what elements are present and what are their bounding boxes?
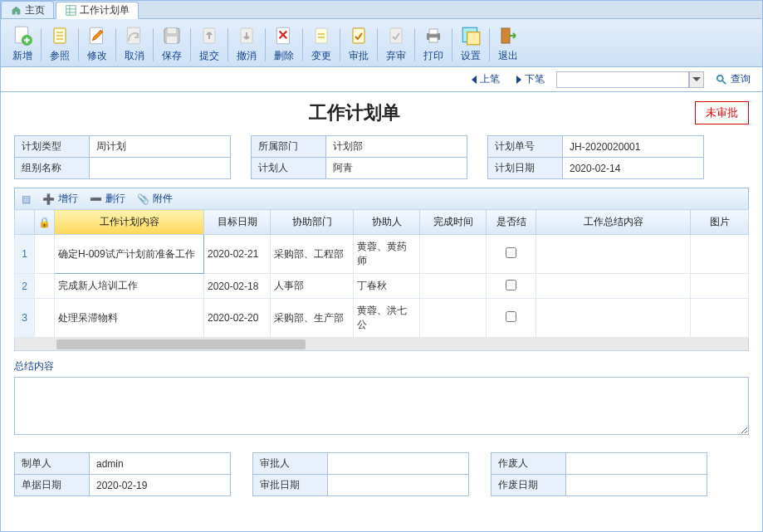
exit-icon (496, 24, 520, 47)
save-icon (160, 24, 183, 47)
submit-icon (198, 24, 221, 47)
cell-assistdept[interactable]: 采购部、工程部 (271, 235, 354, 274)
maker-label: 制单人 (15, 453, 90, 475)
cancel-icon (123, 24, 146, 47)
col-assistant[interactable]: 协助人 (354, 210, 420, 235)
cell-targetdate[interactable]: 2020-02-20 (204, 299, 271, 338)
docdate-label: 单据日期 (15, 475, 90, 496)
cell-done[interactable] (487, 274, 536, 299)
cell-targetdate[interactable]: 2020-02-21 (204, 235, 271, 274)
col-targetdate[interactable]: 目标日期 (204, 210, 271, 235)
group-name-value[interactable] (90, 158, 231, 179)
voiddate-label: 作废日期 (492, 475, 566, 496)
cell-donetime[interactable] (420, 274, 487, 299)
cell-done[interactable] (487, 235, 536, 274)
tab-document[interactable]: 工作计划单 (56, 2, 139, 19)
svg-rect-23 (429, 37, 438, 42)
query-button[interactable]: 查询 (711, 71, 756, 88)
cell-targetdate[interactable]: 2020-02-18 (204, 274, 271, 299)
done-checkbox[interactable] (506, 311, 516, 322)
grid-icon (65, 5, 76, 17)
ref-icon (48, 24, 71, 47)
cell-content[interactable]: 确定H-009试产计划前准备工作 (55, 235, 204, 274)
del-row-button[interactable]: ➖删行 (90, 192, 125, 206)
attach-button[interactable]: 📎附件 (137, 192, 173, 206)
cell-lock (35, 274, 55, 299)
col-assistdept[interactable]: 协助部门 (271, 210, 354, 235)
table-row[interactable]: 1确定H-009试产计划前准备工作2020-02-21采购部、工程部黄蓉、黄药师 (15, 235, 749, 274)
undo-button[interactable]: 撤消 (230, 22, 263, 66)
setting-button[interactable]: 设置 (454, 22, 487, 66)
grid-menu-icon[interactable]: ▤ (22, 193, 31, 205)
summary-input[interactable] (14, 377, 749, 435)
svg-rect-0 (66, 6, 75, 15)
save-button[interactable]: 保存 (155, 22, 188, 66)
col-donetime[interactable]: 完成时间 (420, 210, 487, 235)
col-done[interactable]: 是否结 (487, 210, 536, 235)
scrollbar-thumb[interactable] (56, 339, 306, 349)
svg-rect-13 (168, 28, 176, 33)
cell-assistant[interactable]: 丁春秋 (354, 274, 420, 299)
tab-home[interactable]: 主页 (1, 1, 54, 18)
cancel-button[interactable]: 取消 (118, 22, 151, 66)
cell-assistant[interactable]: 黄蓉、黄药师 (354, 235, 420, 274)
col-lock[interactable]: 🔒 (35, 210, 55, 235)
ref-button[interactable]: 参照 (43, 22, 76, 66)
cell-summary[interactable] (536, 235, 691, 274)
cell-summary[interactable] (536, 274, 691, 299)
col-summary[interactable]: 工作总结内容 (536, 210, 691, 235)
approve-button[interactable]: 审批 (342, 22, 375, 66)
cell-donetime[interactable] (420, 235, 487, 274)
plan-type-value[interactable]: 周计划 (90, 136, 231, 158)
tab-strip: 主页 工作计划单 (1, 1, 762, 19)
docno-value[interactable]: JH-2020020001 (563, 136, 704, 158)
status-badge: 未审批 (695, 101, 749, 124)
group-name-label: 组别名称 (15, 158, 90, 179)
cell-summary[interactable] (536, 299, 691, 338)
reject-button[interactable]: 弃审 (379, 22, 413, 66)
cell-done[interactable] (487, 299, 536, 338)
planner-label: 计划人 (252, 158, 326, 179)
cell-image[interactable] (691, 274, 749, 299)
add-row-button[interactable]: ➕增行 (42, 192, 78, 206)
prev-record-button[interactable]: 上笔 (467, 71, 505, 88)
horizontal-scrollbar[interactable] (14, 338, 749, 351)
delete-button[interactable]: 删除 (267, 22, 301, 66)
dept-value[interactable]: 计划部 (326, 136, 467, 158)
exit-button[interactable]: 退出 (492, 22, 525, 66)
print-button[interactable]: 打印 (417, 22, 450, 66)
col-rownum[interactable] (15, 210, 35, 235)
docno-label: 计划单号 (488, 136, 563, 158)
cell-image[interactable] (691, 299, 749, 338)
table-row[interactable]: 3处理呆滞物料2020-02-20采购部、生产部黄蓉、洪七公 (15, 299, 749, 338)
cell-assistant[interactable]: 黄蓉、洪七公 (354, 299, 420, 338)
col-image[interactable]: 图片 (691, 210, 749, 235)
search-dropdown-button[interactable] (689, 71, 704, 88)
cell-assistdept[interactable]: 采购部、生产部 (271, 299, 354, 338)
planner-value[interactable]: 阿青 (326, 158, 467, 179)
row-number: 1 (15, 235, 35, 274)
col-content[interactable]: 工作计划内容 (55, 210, 204, 235)
cell-image[interactable] (691, 235, 749, 274)
edit-button[interactable]: 修改 (81, 22, 114, 66)
home-icon (10, 4, 22, 16)
plandate-value[interactable]: 2020-02-14 (563, 158, 704, 179)
submit-button[interactable]: 提交 (193, 22, 226, 66)
change-button[interactable]: 变更 (305, 22, 338, 66)
done-checkbox[interactable] (506, 280, 516, 290)
done-checkbox[interactable] (506, 247, 516, 258)
cell-donetime[interactable] (420, 299, 487, 338)
next-record-button[interactable]: 下笔 (511, 71, 550, 88)
new-button[interactable]: 新增 (6, 22, 39, 66)
cell-assistdept[interactable]: 人事部 (271, 274, 354, 299)
summary-label: 总结内容 (14, 359, 749, 373)
field-group-left: 计划类型周计划 组别名称 (14, 135, 231, 179)
cell-content[interactable]: 处理呆滞物料 (55, 299, 204, 338)
plan-type-label: 计划类型 (15, 136, 90, 158)
search-input[interactable] (556, 71, 689, 88)
svg-rect-26 (501, 28, 510, 43)
table-row[interactable]: 2完成新人培训工作2020-02-18人事部丁春秋 (15, 274, 749, 299)
docdate-value: 2020-02-19 (90, 475, 231, 496)
lock-icon: 🔒 (38, 217, 51, 228)
cell-content[interactable]: 完成新人培训工作 (55, 274, 204, 299)
